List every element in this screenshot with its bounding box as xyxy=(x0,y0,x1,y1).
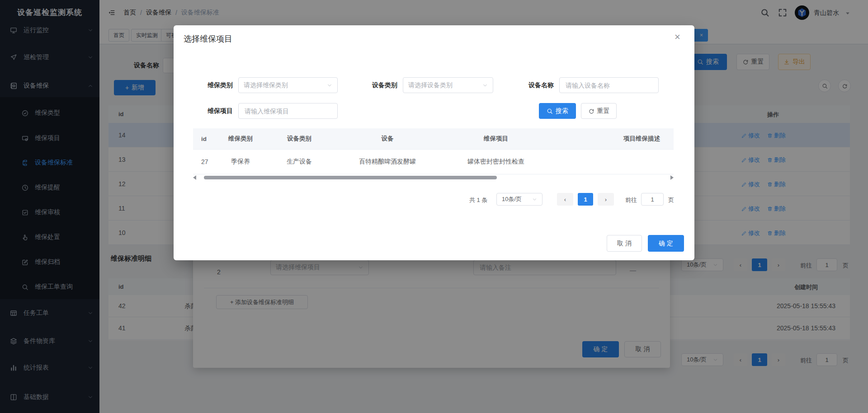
horizontal-scrollbar[interactable] xyxy=(193,175,674,180)
close-icon[interactable]: × xyxy=(675,33,680,42)
goto-page-input[interactable] xyxy=(641,193,664,206)
modal-confirm-button[interactable]: 确 定 xyxy=(648,235,684,252)
scroll-left-icon[interactable] xyxy=(193,175,196,180)
goto-label: 前往 xyxy=(625,196,637,204)
item-input[interactable] xyxy=(238,103,338,119)
modal-table-row[interactable]: 27 季保养 生产设备 百特精酿啤酒发酵罐 罐体密封密封性检查 xyxy=(193,149,674,174)
chevron-down-icon xyxy=(532,197,537,202)
device-type-select[interactable]: 请选择设备类别 xyxy=(403,77,493,93)
modal-title: 选择维保项目 xyxy=(184,33,232,44)
modal-table-header: id 维保类别 设备类别 设备 维保项目 项目维保描述 xyxy=(193,128,674,149)
page-size-select[interactable]: 10条/页 xyxy=(496,193,542,206)
category-label: 维保类别 xyxy=(187,81,233,89)
chevron-down-icon xyxy=(327,83,332,88)
modal-table: id 维保类别 设备类别 设备 维保项目 项目维保描述 27 季保养 生产设备 … xyxy=(193,128,674,180)
total-count: 共 1 条 xyxy=(469,196,487,204)
scroll-right-icon[interactable] xyxy=(670,175,674,180)
chevron-down-icon xyxy=(482,83,488,88)
modal-reset-button[interactable]: 重置 xyxy=(581,103,617,119)
refresh-icon xyxy=(588,108,594,114)
goto-unit: 页 xyxy=(668,196,674,204)
search-icon xyxy=(547,108,553,114)
device-type-label: 设备类别 xyxy=(345,81,397,89)
modal-search-button[interactable]: 搜索 xyxy=(539,103,576,119)
item-label: 维保项目 xyxy=(187,107,233,115)
next-page-button[interactable]: › xyxy=(598,193,614,206)
select-maintenance-item-modal: 选择维保项目 × 维保类别 请选择维保类别 设备类别 请选择设备类别 设备名称 … xyxy=(174,25,694,260)
category-select[interactable]: 请选择维保类别 xyxy=(238,77,338,93)
scrollbar-thumb[interactable] xyxy=(204,176,497,179)
page-number-1[interactable]: 1 xyxy=(578,193,593,206)
app-root: 设备巡检监测系统 运行监控 巡检管理 设备维保 维保类型 维保项目 设备维保标 xyxy=(0,0,868,413)
modal-cancel-button[interactable]: 取 消 xyxy=(607,235,642,252)
device-name-input[interactable] xyxy=(559,77,659,93)
device-name-label: 设备名称 xyxy=(502,81,554,89)
prev-page-button[interactable]: ‹ xyxy=(557,193,573,206)
